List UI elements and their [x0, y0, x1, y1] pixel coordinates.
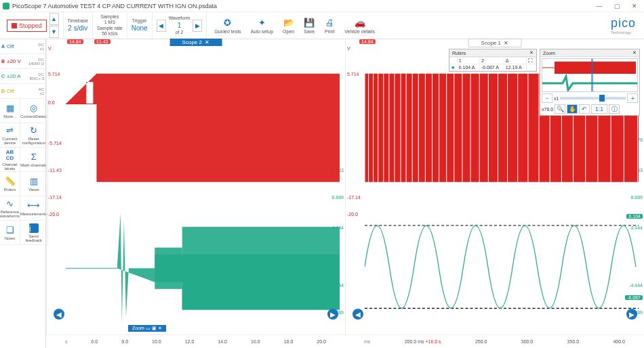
print-button[interactable]: 🖨Print — [321, 18, 338, 34]
zoom-panel[interactable]: Zoom✕ − x1 ＋ x78.0 — [540, 49, 640, 116]
channel-d-control[interactable]: DOff ACx1 — [0, 84, 45, 99]
brand-logo: pico Technology — [605, 12, 641, 39]
prev-waveform-button[interactable]: ▲ — [49, 13, 59, 25]
ruler-icon: 📏 — [5, 176, 16, 186]
zoom-undo-button[interactable]: ↶ — [579, 104, 590, 114]
svg-rect-2 — [182, 227, 340, 309]
scope2-nav-right[interactable]: ▶ — [327, 309, 338, 320]
zoom-reset-button[interactable]: 1:1 — [591, 104, 607, 114]
measurements-button[interactable]: ⟷Measurements — [20, 196, 48, 221]
wand-icon: ✦ — [256, 18, 267, 28]
zoom-close-icon[interactable]: ✕ — [632, 50, 637, 56]
scope-1-tab[interactable]: Scope 1 ✕ — [468, 39, 522, 47]
channel-c-control[interactable]: C±20 A DCBNC+ 3 — [0, 69, 45, 84]
notes-button[interactable]: ❑Notes — [0, 221, 20, 245]
scope1-xaxis: ms 200.0 ms +16.0 s 250.0 300.0 350.0 40… — [345, 334, 644, 348]
zoom-title: Zoom — [543, 51, 555, 56]
labels-icon: ABCD — [6, 149, 14, 161]
waveform-indicator[interactable]: Waveform 1 of 2 — [169, 16, 190, 35]
marker-right-a[interactable]: 14.84 — [359, 39, 376, 44]
views-button[interactable]: ▥Views — [20, 172, 48, 196]
svg-rect-22 — [470, 74, 471, 182]
window-minimize-button[interactable]: — — [592, 3, 606, 9]
svg-rect-16 — [425, 74, 426, 182]
zoom-status-left[interactable]: Zoom ▭ ▣ ✕ — [128, 325, 166, 332]
auto-setup-button[interactable]: ✦Auto setup — [247, 18, 277, 34]
window-maximize-button[interactable]: ▢ — [610, 3, 624, 9]
save-button[interactable]: 💾Save — [300, 18, 318, 34]
connect-detect-button[interactable]: ◎ConnectDetect — [20, 99, 48, 123]
waveform-next-button[interactable]: ▶ — [193, 20, 202, 32]
svg-rect-40 — [555, 62, 636, 74]
svg-rect-42 — [591, 59, 593, 91]
zoom-overview[interactable] — [542, 58, 638, 92]
save-icon: 💾 — [304, 18, 315, 28]
zoom-scale-min: x1 — [554, 96, 559, 101]
window-close-button[interactable]: ✕ — [628, 3, 641, 9]
rulers-title: Rulers — [452, 51, 466, 56]
open-button[interactable]: 📂Open — [279, 18, 298, 34]
reference-waveforms-button[interactable]: ∿Reference waveforms — [0, 196, 20, 221]
zoom-out-button[interactable]: − — [542, 93, 552, 103]
scope1-nav-left[interactable]: ◀ — [353, 309, 363, 320]
channel-a-control[interactable]: AOff DCx1 — [0, 39, 45, 54]
svg-rect-12 — [401, 74, 401, 182]
scope2-xaxis: s 6.0 8.0 10.0 12.0 14.0 16.0 18.0 20.0 — [46, 334, 345, 348]
svg-rect-24 — [488, 74, 489, 182]
more-button[interactable]: ▦More... — [0, 99, 20, 123]
run-stop-button[interactable]: Stopped — [7, 20, 47, 32]
connect-device-button[interactable]: ⇌Connect device — [0, 123, 20, 148]
layout-icon: ▥ — [30, 176, 38, 186]
samples-readout: Samples 1 MS Sample rate 50 kS/s — [97, 14, 123, 37]
rulers-close-icon[interactable]: ✕ — [529, 50, 534, 56]
send-feedback-button[interactable]: iSend feedback — [20, 221, 48, 245]
usb-icon: ⇌ — [6, 125, 14, 135]
math-channels-button[interactable]: ΣMath channels — [20, 148, 48, 172]
marker-left-a[interactable]: 14.84 — [67, 39, 83, 44]
scope2-nav-left[interactable]: ◀ — [54, 309, 64, 320]
channel-b-control[interactable]: B±20 V DC1400V D — [0, 54, 45, 69]
rulers-table: 12Δ⛶ ■6.104 A-6.087 A12.19 A — [449, 57, 536, 71]
vehicle-details-button[interactable]: 🚗Vehicle details — [341, 18, 378, 34]
svg-rect-17 — [432, 74, 432, 182]
scope-2-tab[interactable]: Scope 2 ✕ — [170, 39, 222, 46]
trigger-control[interactable]: Trigger None — [132, 18, 148, 32]
marker-left-b[interactable]: 11.43 — [94, 39, 110, 44]
svg-rect-6 — [368, 74, 369, 182]
compass-icon: ✪ — [222, 18, 233, 28]
svg-rect-14 — [412, 74, 413, 182]
next-waveform-button[interactable]: ▼ — [49, 26, 59, 38]
stop-icon — [12, 23, 17, 28]
run-state-label: Stopped — [19, 22, 42, 29]
feedback-icon: i — [29, 223, 39, 233]
window-titlebar: PicoScope 7 Automotive TEST 4 CP AND CUR… — [0, 0, 644, 12]
left-sidebar: AOff DCx1 B±20 V DC1400V D C±20 A DCBNC+… — [0, 39, 46, 348]
channel-labels-button[interactable]: ABCDChannel labels — [0, 148, 20, 172]
waveform-prev-button[interactable]: ◀ — [157, 20, 166, 32]
sigma-icon: Σ — [31, 152, 37, 162]
rulers-button[interactable]: 📏Rulers — [0, 172, 20, 196]
svg-rect-23 — [479, 74, 480, 182]
zoom-info-button[interactable]: ⓘ — [609, 104, 620, 114]
svg-rect-15 — [418, 74, 419, 182]
scope-2-pane[interactable]: Scope 2 ✕ 14.84 11.43 V 5.714 0.0 -5.714… — [46, 39, 345, 334]
scope1-nav-right[interactable]: ▶ — [626, 309, 637, 320]
rulers-panel[interactable]: Rulers✕ 12Δ⛶ ■6.104 A-6.087 A12.19 A — [449, 49, 537, 72]
zoom-slider[interactable] — [560, 97, 626, 100]
guided-tests-button[interactable]: ✪Guided tests — [211, 18, 244, 34]
timebase-control[interactable]: Timebase 2 s/div — [68, 18, 88, 32]
car-icon: 🚗 — [355, 18, 365, 28]
zoom-tool-pan[interactable]: ✋ — [567, 104, 578, 114]
wave-icon: ∿ — [6, 198, 14, 209]
app-icon — [3, 3, 9, 9]
reset-config-button[interactable]: ↻Reset configuration — [20, 123, 48, 148]
refresh-icon: ↻ — [30, 125, 37, 135]
svg-rect-10 — [388, 74, 389, 182]
zoom-tool-magnify[interactable]: 🔍 — [555, 104, 565, 114]
zoom-in-button[interactable]: ＋ — [627, 93, 638, 103]
note-icon: ❑ — [6, 225, 14, 235]
print-icon: 🖨 — [324, 18, 335, 28]
folder-open-icon: 📂 — [283, 18, 294, 28]
svg-rect-21 — [462, 74, 462, 182]
svg-rect-3 — [155, 248, 182, 289]
